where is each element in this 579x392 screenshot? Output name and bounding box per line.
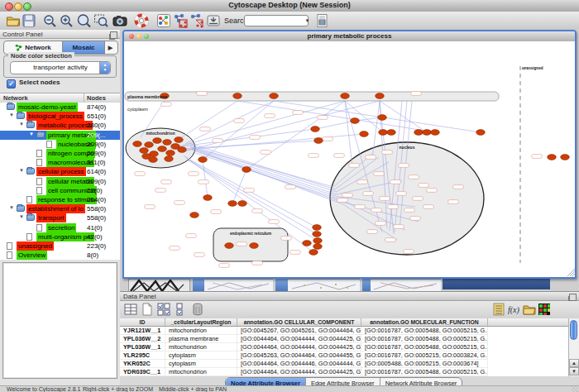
table-scrollbar[interactable]: ▲ ▼ xyxy=(568,318,579,376)
network-node-label[interactable] xyxy=(423,205,434,209)
import-network-icon[interactable] xyxy=(206,13,221,28)
network-node[interactable] xyxy=(303,241,312,246)
tree-row[interactable]: ▼establishment of lo558(0) xyxy=(0,204,120,213)
network-node[interactable] xyxy=(476,130,486,136)
tab-overflow-arrow[interactable]: ▶ xyxy=(105,41,116,54)
network-node-label[interactable] xyxy=(244,189,255,193)
tree-row[interactable]: cell communicat22(0) xyxy=(0,186,120,195)
network-node[interactable] xyxy=(242,167,251,173)
network-node-label[interactable] xyxy=(390,180,401,184)
network-node-label[interactable] xyxy=(382,151,393,155)
network-node[interactable] xyxy=(140,148,149,154)
canvas-resize-grip[interactable] xyxy=(567,269,575,276)
expand-triangle[interactable]: ▼ xyxy=(9,205,14,210)
network-node-label[interactable] xyxy=(413,197,423,201)
network-node-label[interactable] xyxy=(145,205,156,209)
network-node-label[interactable] xyxy=(252,209,263,213)
delete-attribute-icon[interactable] xyxy=(191,303,204,316)
import-attributes-icon[interactable] xyxy=(523,303,536,316)
network-node-label[interactable] xyxy=(200,127,211,131)
network-node[interactable] xyxy=(341,93,350,99)
network-node-label[interactable] xyxy=(380,197,390,201)
network-node-label[interactable] xyxy=(170,246,180,251)
table-row[interactable]: YDR039C__1mitochondrion[GO:0044464, GO:0… xyxy=(120,368,569,376)
network-node[interactable] xyxy=(379,130,388,136)
network-node-label[interactable] xyxy=(376,222,386,226)
network-node-label[interactable] xyxy=(532,155,543,159)
network-node-label[interactable] xyxy=(334,154,345,158)
network-node[interactable] xyxy=(238,201,247,207)
column-header[interactable]: ID xyxy=(120,318,165,327)
network-node-label[interactable] xyxy=(175,201,185,205)
network-node-label[interactable] xyxy=(337,198,348,203)
network-node[interactable] xyxy=(178,147,187,153)
network-node-label[interactable] xyxy=(404,208,415,213)
network-node-label[interactable] xyxy=(186,234,197,238)
network-node[interactable] xyxy=(311,127,320,132)
network-node-label[interactable] xyxy=(293,111,304,115)
network-node-label[interactable] xyxy=(374,172,385,176)
network-node-label[interactable] xyxy=(404,250,414,254)
network-node-label[interactable] xyxy=(363,192,374,196)
network-node-label[interactable] xyxy=(396,192,407,196)
background-window-sliver[interactable] xyxy=(362,279,371,291)
network-node-label[interactable] xyxy=(355,205,366,209)
column-header[interactable]: _cellularLayoutRegion xyxy=(165,318,237,327)
network-node[interactable] xyxy=(228,201,237,207)
tree-row[interactable]: secretion41(0) xyxy=(0,223,120,232)
network-node[interactable] xyxy=(376,93,385,99)
function-builder-icon[interactable]: f(x) xyxy=(507,303,520,316)
vizmapper-icon[interactable] xyxy=(173,13,188,28)
network-node-label[interactable] xyxy=(281,237,292,241)
network-node-label[interactable] xyxy=(237,242,247,246)
network-node-label[interactable] xyxy=(261,151,271,155)
table-row[interactable]: YJR121W__1mitochondrion[GO:0045267, GO:0… xyxy=(120,327,569,335)
network-node-label[interactable] xyxy=(290,251,301,255)
network-node-label[interactable] xyxy=(135,172,146,176)
network-node-label[interactable] xyxy=(156,189,166,193)
table-row[interactable]: YKR052Ccytoplasm[GO:0044464, GO:0044446,… xyxy=(120,360,569,368)
tree-row[interactable]: ▼primary metabo209(... xyxy=(0,131,120,140)
network-node-label[interactable] xyxy=(371,208,382,213)
network-node-label[interactable] xyxy=(199,180,209,184)
advanced-search-icon[interactable] xyxy=(315,13,330,28)
network-node[interactable] xyxy=(561,155,570,160)
network-node[interactable] xyxy=(233,93,242,99)
tree-row[interactable]: ▼biological_process651(0) xyxy=(0,112,120,121)
save-session-icon[interactable] xyxy=(22,13,36,28)
network-node-label[interactable] xyxy=(213,139,223,143)
network-node[interactable] xyxy=(158,146,167,152)
network-node[interactable] xyxy=(313,238,323,244)
background-window-sliver[interactable] xyxy=(371,279,441,292)
float-panel-icon[interactable] xyxy=(110,31,117,39)
network-node-label[interactable] xyxy=(252,261,263,265)
attribute-list-icon[interactable] xyxy=(492,303,505,316)
network-node-label[interactable] xyxy=(357,180,368,184)
zoom-selected-icon[interactable] xyxy=(93,13,108,28)
network-node[interactable] xyxy=(360,131,369,137)
network-node-label[interactable] xyxy=(349,164,360,168)
snapshot-icon[interactable] xyxy=(112,13,127,28)
scroll-up-arrow[interactable]: ▲ xyxy=(569,359,579,367)
tree-row[interactable]: cellular metabo209(0) xyxy=(0,177,120,186)
network-node[interactable] xyxy=(203,195,213,201)
network-node[interactable] xyxy=(313,225,322,231)
tree-row[interactable]: Overview8(0) xyxy=(0,251,120,260)
network-node[interactable] xyxy=(431,130,440,136)
network-node[interactable] xyxy=(378,115,387,121)
network-node-label[interactable] xyxy=(427,189,438,193)
network-node[interactable] xyxy=(313,244,323,250)
network-overlay-icon[interactable] xyxy=(189,13,204,28)
network-node-label[interactable] xyxy=(194,253,205,257)
background-window-sliver[interactable] xyxy=(288,279,360,292)
network-node[interactable] xyxy=(163,140,172,146)
expand-triangle[interactable]: ▼ xyxy=(9,112,14,117)
network-node-label[interactable] xyxy=(411,92,422,96)
tree-row[interactable]: ▼cellular process614(0) xyxy=(0,167,120,176)
expand-triangle[interactable]: ▼ xyxy=(19,214,24,219)
table-row[interactable]: YLR295Ccytoplasm[GO:0045263, GO:0044464,… xyxy=(120,351,569,360)
background-window-sliver[interactable] xyxy=(443,279,550,289)
tree-row[interactable]: response to stimulu264(0) xyxy=(0,195,120,204)
network-node[interactable] xyxy=(166,151,175,156)
zoom-in-icon[interactable] xyxy=(59,13,74,28)
